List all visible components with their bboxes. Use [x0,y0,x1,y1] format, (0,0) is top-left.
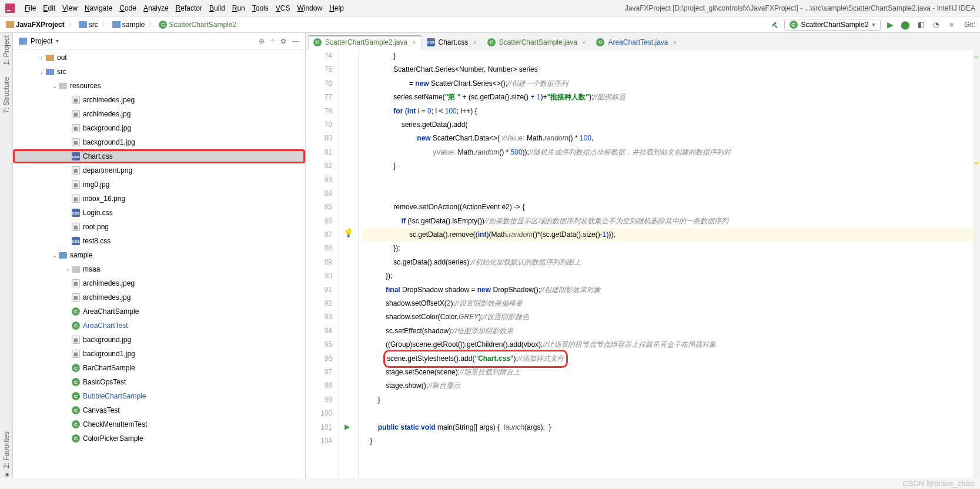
divide-icon[interactable]: ÷ [270,37,275,45]
code-line-79[interactable]: series.getData().add( [362,118,980,132]
run-icon[interactable]: ▶ [884,19,896,31]
menu-analyze[interactable]: Analyze [140,4,172,12]
tree-item-CanvasTest[interactable]: CCanvasTest [13,403,305,417]
menu-edit[interactable]: Edit [39,4,59,12]
stop-icon[interactable]: ■ [945,19,957,31]
tree-item-ColorPickerSample[interactable]: CColorPickerSample [13,431,305,446]
tree-item-src[interactable]: ⌄src [13,65,305,79]
code-line-99[interactable]: } [362,393,980,407]
code-line-86[interactable]: if (!sc.getData().isEmpty())//如果数据显示区域的数… [362,215,980,228]
code-line-95[interactable]: ((Group)scene.getRoot()).getChildren().a… [362,338,980,351]
debug-icon[interactable]: ⬤ [899,19,911,31]
crumb-sample[interactable]: sample [111,21,146,29]
code-line-93[interactable]: shadow.setColor(Color.GREY);//设置阴影颜色 [362,310,980,324]
tree-item-Chart.css[interactable]: cssChart.css [13,149,305,163]
code-line-91[interactable]: final DropShadow shadow = new DropShadow… [362,283,980,297]
crumb-ScatterChartSample2[interactable]: CScatterChartSample2 [158,21,238,29]
tree-item-BarChartSample[interactable]: CBarChartSample [13,361,305,375]
close-icon[interactable]: × [473,39,476,46]
tree-item-archimedes.jpeg[interactable]: ▦archimedes.jpeg [13,93,305,107]
bulb-icon[interactable]: 💡 [343,228,353,237]
crumb-JavaFXProject[interactable]: JavaFXProject [5,21,66,29]
edge-favorites[interactable]: ★ 2: Favorites [2,431,11,478]
code-line-96[interactable]: scene.getStylesheets().add("Chart.css");… [362,352,980,366]
code-line-92[interactable]: shadow.setOffsetX(2);//设置阴影效果偏移量 [362,297,980,310]
tree-item-CheckMenuItemTest[interactable]: CCheckMenuItemTest [13,417,305,431]
tree-item-background1.jpg[interactable]: ▦background1.jpg [13,135,305,149]
tree-item-img0.jpg[interactable]: ▦img0.jpg [13,177,305,192]
tree-item-msaa[interactable]: ›msaa [13,262,305,276]
tree-item-background.jpg[interactable]: ▦background.jpg [13,333,305,347]
code-line-85[interactable]: remove.setOnAction((ActionEvent e2) -> { [362,200,980,214]
tab-AreaChartTest.java[interactable]: CAreaChartTest.java× [591,35,681,49]
menu-file[interactable]: File [21,4,39,12]
project-tree[interactable]: ›out⌄src⌄resources▦archimedes.jpeg▦archi… [13,49,305,478]
code-line-89[interactable]: sc.getData().add(series);//初始化加载默认的数据序列到… [362,256,980,269]
tree-item-BubbleChartSample[interactable]: CBubbleChartSample [13,389,305,403]
gear-icon[interactable]: ✿ [280,37,286,45]
tree-item-inbox_16.png[interactable]: ▦inbox_16.png [13,192,305,206]
tree-item-BasicOpsTest[interactable]: CBasicOpsTest [13,375,305,389]
tree-item-resources[interactable]: ⌄resources [13,79,305,93]
code-line-87[interactable]: sc.getData().remove((int)(Math.random()*… [362,228,980,242]
edge-project[interactable]: 1: Project [2,35,11,65]
tree-item-background.jpg[interactable]: ▦background.jpg [13,121,305,135]
code-line-75[interactable]: ScatterChart.Series<Number, Number> seri… [362,63,980,76]
tree-item-root.png[interactable]: ▦root.png [13,220,305,234]
tree-item-archimedes.jpg[interactable]: ▦archimedes.jpg [13,107,305,121]
code-line-104[interactable]: } [362,434,980,448]
menu-run[interactable]: Run [229,4,249,12]
profile-icon[interactable]: ◔ [930,19,942,31]
menu-tools[interactable]: Tools [249,4,272,12]
code-line-74[interactable]: } [362,49,980,63]
code-line-90[interactable]: }); [362,269,980,283]
code-line-80[interactable]: new ScatterChart.Data<>( xValue: Math.ra… [362,132,980,145]
tree-item-AreaChartSample[interactable]: CAreaChartSample [13,304,305,319]
tree-item-department.png[interactable]: ▦department.png [13,163,305,177]
hammer-icon[interactable] [769,19,781,31]
run-gutter-icon[interactable]: ▶ [344,423,350,431]
code-line-82[interactable]: } [362,159,980,173]
edge-structure[interactable]: 7: Structure [2,77,11,113]
menu-build[interactable]: Build [206,4,229,12]
project-panel-header[interactable]: Project ▾ ⊕ ÷ ✿ — [13,33,305,49]
code-line-76[interactable]: = new ScatterChart.Series<>();//创建一个数据序列 [362,77,980,91]
tree-item-Login.css[interactable]: cssLogin.css [13,206,305,220]
tab-Chart.css[interactable]: cssChart.css× [422,35,482,49]
menu-navigate[interactable]: Navigate [81,4,116,12]
code-line-98[interactable]: stage.show();//舞台显示 [362,379,980,393]
code-line-83[interactable] [362,173,980,187]
code-line-77[interactable]: series.setName("第 " + (sc.getData().size… [362,91,980,104]
code-line-100[interactable] [362,407,980,420]
collapse-icon[interactable]: — [292,37,299,45]
close-icon[interactable]: × [582,39,586,46]
run-config-selector[interactable]: C ScatterChartSample2 ▾ [784,19,881,31]
code-line-101[interactable]: public static void main(String[] args) {… [362,421,980,434]
target-icon[interactable]: ⊕ [259,37,265,45]
tree-item-AreaChartTest[interactable]: CAreaChartTest [13,319,305,333]
menu-help[interactable]: Help [326,4,347,12]
coverage-icon[interactable]: ◧ [915,19,927,31]
code-line-97[interactable]: stage.setScene(scene);//场景挂载到舞台上 [362,366,980,379]
code-line-88[interactable]: }); [362,242,980,255]
menu-refactor[interactable]: Refactor [172,4,206,12]
tree-item-background1.jpg[interactable]: ▦background1.jpg [13,347,305,361]
editor-scrollbar[interactable] [973,33,980,478]
tree-item-sample[interactable]: ⌄sample [13,248,305,262]
crumb-src[interactable]: src [78,21,99,29]
close-icon[interactable]: × [673,39,677,46]
tree-item-test8.css[interactable]: csstest8.css [13,234,305,248]
menu-vcs[interactable]: VCS [272,4,294,12]
tree-item-out[interactable]: ›out [13,51,305,65]
tree-item-archimedes.jpg[interactable]: ▦archimedes.jpg [13,290,305,304]
code-line-94[interactable]: sc.setEffect(shadow);//给图添加阴影效果 [362,324,980,338]
code-editor[interactable]: } ScatterChart.Series<Number, Number> se… [359,49,980,478]
menu-view[interactable]: View [59,4,81,12]
menu-code[interactable]: Code [116,4,140,12]
tree-item-archimedes.jpeg[interactable]: ▦archimedes.jpeg [13,276,305,290]
close-icon[interactable]: × [412,39,416,46]
tab-ScatterChartSample.java[interactable]: CScatterChartSample.java× [482,35,591,49]
code-line-81[interactable]: yValue: Math.random() * 500));//随机生成序列数据… [362,146,980,159]
code-line-78[interactable]: for (int i = 0; i < 100; i++) { [362,105,980,118]
code-line-84[interactable] [362,187,980,200]
